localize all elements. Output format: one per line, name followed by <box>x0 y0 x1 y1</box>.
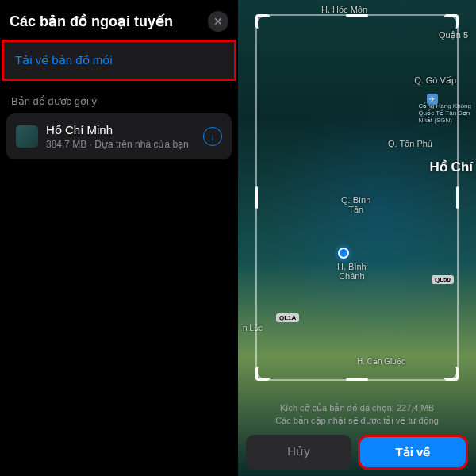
download-icon: ↓ <box>210 131 216 143</box>
resize-handle-top[interactable] <box>346 14 368 17</box>
download-label: Tải về <box>396 445 431 459</box>
suggested-map-card[interactable]: Hồ Chí Minh 384,7 MB · Dựa trên nhà của … <box>6 113 232 159</box>
resize-handle-bottom[interactable] <box>346 378 368 381</box>
close-button[interactable]: ✕ <box>208 11 228 32</box>
map-size-info: Kích cỡ của bản đồ đã chọn: 227,4 MB Các… <box>238 402 476 427</box>
download-icon-button[interactable]: ↓ <box>203 127 222 146</box>
bottom-action-bar: Hủy Tải về <box>238 435 476 470</box>
suggested-map-detail: 384,7 MB · Dựa trên nhà của bạn <box>46 139 195 150</box>
resize-handle-br[interactable] <box>444 367 459 381</box>
cancel-button[interactable]: Hủy <box>246 435 351 470</box>
offline-maps-panel: Các bản đồ ngoại tuyến ✕ Tải về bản đồ m… <box>0 0 238 476</box>
resize-handle-left[interactable] <box>255 186 258 209</box>
map-thumbnail <box>16 125 38 148</box>
map-place-label: H. Hóc Môn <box>321 5 367 14</box>
resize-handle-right[interactable] <box>456 186 459 209</box>
resize-handle-bl[interactable] <box>255 367 270 381</box>
suggested-section-label: Bản đồ được gợi ý <box>0 81 238 113</box>
close-icon: ✕ <box>213 15 223 28</box>
download-new-map-label: Tải về bản đồ mới <box>15 53 223 67</box>
download-button-highlight: Tải về <box>358 435 468 470</box>
panel-title: Các bản đồ ngoại tuyến <box>10 13 173 30</box>
map-update-line: Các bản cập nhật sẽ được tải về tự động <box>244 415 470 427</box>
resize-handle-tl[interactable] <box>255 14 270 29</box>
map-size-line: Kích cỡ của bản đồ đã chọn: 227,4 MB <box>244 402 470 414</box>
resize-handle-tr[interactable] <box>444 14 459 29</box>
card-text: Hồ Chí Minh 384,7 MB · Dựa trên nhà của … <box>46 123 195 150</box>
download-new-map-row[interactable]: Tải về bản đồ mới <box>2 40 236 81</box>
panel-header: Các bản đồ ngoại tuyến ✕ <box>0 0 238 40</box>
suggested-map-name: Hồ Chí Minh <box>46 123 195 137</box>
map-selection-frame[interactable] <box>255 14 459 381</box>
download-button[interactable]: Tải về <box>360 437 466 467</box>
map-selection-panel: H. Hóc Môn Quận 5 Q. Gò Vấp Q. Tân Phú H… <box>238 0 476 476</box>
cancel-label: Hủy <box>287 444 309 458</box>
